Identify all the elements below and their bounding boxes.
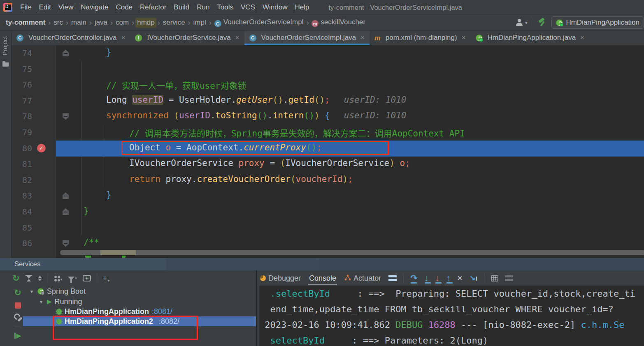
breadcrumb-item-ty-comment[interactable]: ty-comment	[4, 18, 47, 28]
menu-help[interactable]: Help	[291, 3, 313, 12]
console-output[interactable]: [ ] .selectById : ==> Preparing: SELECT …	[259, 286, 644, 346]
rerun-icon[interactable]: ↻	[14, 288, 21, 298]
breadcrumb-separator-icon: ›	[188, 18, 191, 27]
code-line-83[interactable]: 83}	[12, 188, 644, 204]
menu-build[interactable]: Build	[170, 3, 193, 12]
code-line-78[interactable]: 78synchronized (userID.toString().intern…	[12, 108, 644, 125]
token: // 实现一人一单，获取user对象锁	[106, 81, 246, 91]
tab-pom-xml-hm-dianping-[interactable]: mpom.xml (hm-dianping)×	[370, 30, 471, 45]
services-header[interactable]: Services	[0, 258, 644, 270]
breadcrumb-item-impl[interactable]: impl	[192, 18, 208, 28]
horizontal-scrollbar[interactable]	[60, 250, 644, 255]
intellij-logo-icon[interactable]	[3, 3, 12, 12]
filter-icon[interactable]: ▾	[68, 276, 77, 280]
layout-settings-icon[interactable]	[388, 275, 397, 281]
resume-icon[interactable]: ▶	[14, 332, 21, 339]
menu-tools[interactable]: Tools	[213, 3, 237, 12]
fold-marker-icon[interactable]	[63, 50, 69, 56]
tab-voucherorderserviceimpl-java[interactable]: CVoucherOrderServiceImpl.java×	[244, 30, 370, 45]
chevron-down-icon[interactable]: ▾	[38, 299, 44, 305]
menu-file[interactable]: File	[16, 3, 35, 12]
fold-marker-icon[interactable]	[63, 208, 69, 215]
code-line-79[interactable]: 79// 调用本类方法的时候，Spring事务是失效的，解决方案二：调用AopC…	[12, 125, 644, 141]
tab-voucherordercontroller-java[interactable]: CVoucherOrderController.java×	[12, 30, 130, 45]
menu-refactor[interactable]: Refactor	[136, 3, 170, 12]
menu-code[interactable]: Code	[112, 3, 136, 12]
step-over-icon[interactable]: ↷	[410, 273, 418, 283]
settings-bars-icon[interactable]	[505, 275, 513, 281]
close-icon[interactable]: ×	[462, 34, 466, 42]
breadcrumb-item-java[interactable]: java	[93, 18, 109, 28]
console-token: c.h.m.Se	[581, 320, 625, 330]
wrench-icon[interactable]	[14, 314, 22, 322]
tab-debugger[interactable]: Debugger	[259, 271, 302, 285]
breadcrumb-item-voucherorderserviceimpl[interactable]: CVoucherOrderServiceImpl	[213, 17, 305, 28]
line-number: 84	[12, 207, 32, 217]
breakpoint-icon[interactable]: ✓	[37, 144, 46, 152]
chevron-down-icon[interactable]: ▾	[525, 20, 528, 25]
expand-all-icon[interactable]	[26, 275, 32, 281]
code-text: /**	[84, 238, 99, 247]
step-out-icon[interactable]: ↑	[446, 273, 451, 283]
code-line-74[interactable]: 74}	[12, 45, 644, 61]
line-number: 76	[12, 80, 32, 90]
mnemonic: V	[58, 3, 63, 11]
chevron-down-icon[interactable]: ▾	[29, 288, 35, 295]
close-icon[interactable]: ×	[360, 34, 365, 42]
folder-icon[interactable]	[2, 62, 9, 67]
breadcrumb-item-src[interactable]: src	[52, 18, 65, 28]
reset-frame-icon[interactable]: ✕	[457, 274, 463, 283]
fold-marker-icon[interactable]	[63, 192, 69, 199]
console-token: : ==> Preparing: SELECT voucher_id,stock…	[330, 288, 635, 299]
add-service-icon[interactable]: +	[83, 275, 91, 281]
close-icon[interactable]: ×	[121, 34, 126, 42]
code-line-86[interactable]: 86/**	[12, 235, 644, 251]
project-tool-window-button[interactable]: Project	[1, 36, 8, 55]
code-line-84[interactable]: 84}	[12, 204, 644, 220]
code-line-76[interactable]: 76// 实现一人一单，获取user对象锁	[12, 77, 644, 93]
evaluate-expression-icon[interactable]	[491, 275, 498, 281]
breadcrumb-item-service[interactable]: service	[161, 18, 187, 28]
menu-window[interactable]: Window	[259, 3, 291, 12]
stop-icon[interactable]	[15, 302, 21, 309]
breadcrumb-item-seckillvoucher[interactable]: mseckillVoucher	[310, 17, 367, 28]
menu-view[interactable]: View	[55, 3, 77, 12]
menu-vcs[interactable]: VCS	[237, 3, 259, 12]
menu-navigate[interactable]: Navigate	[77, 3, 112, 12]
run-configuration-selector[interactable]: HmDianPingApplication	[551, 16, 644, 29]
collapse-all-icon[interactable]	[38, 276, 42, 281]
add-icon[interactable]: +▾	[103, 274, 110, 283]
code-editor[interactable]: 74}7576// 实现一人一单，获取user对象锁77Long userID …	[12, 45, 644, 258]
tree-row-spring-boot[interactable]: ▾Spring Boot	[23, 286, 256, 296]
tab-hmdianpingapplication-java[interactable]: HmDianPingApplication.java×	[471, 30, 589, 45]
breadcrumb-item-com[interactable]: com	[114, 18, 130, 28]
build-hammer-icon[interactable]	[537, 18, 546, 27]
close-icon[interactable]: ×	[235, 34, 239, 42]
fold-marker-icon[interactable]	[63, 113, 69, 120]
code-line-81[interactable]: 81IVoucherOrderService proxy = (IVoucher…	[12, 156, 644, 172]
code-line-82[interactable]: 82return proxy.createVoucherOrder(vouche…	[12, 172, 644, 188]
step-into-icon[interactable]: ↓	[424, 273, 429, 283]
code-line-85[interactable]: 85	[12, 220, 644, 236]
menu-run[interactable]: Run	[193, 3, 213, 12]
group-by-icon[interactable]: ▾	[54, 275, 63, 281]
tree-row-running[interactable]: ▾▶Running	[23, 297, 256, 307]
run-to-cursor-icon[interactable]: ↘I	[470, 274, 477, 283]
code-line-80[interactable]: 80✓Object o = AopContext.currentProxy();	[12, 141, 644, 157]
force-step-into-icon[interactable]: ↓	[435, 273, 439, 283]
rerun-icon[interactable]: ↻	[12, 273, 20, 283]
token: }	[106, 190, 112, 200]
tab-console[interactable]: Console	[308, 271, 337, 285]
close-icon[interactable]: ×	[580, 34, 584, 42]
tab-actuator[interactable]: Actuator	[344, 271, 382, 285]
code-line-75[interactable]: 75	[12, 61, 644, 77]
tree-row-hmdianpingapplication[interactable]: HmDianPingApplication :8081/	[23, 307, 256, 316]
tab-ivoucherorderservice-java[interactable]: IIVoucherOrderService.java×	[130, 30, 244, 45]
breadcrumb-item-main[interactable]: main	[70, 18, 88, 28]
fold-marker-icon[interactable]	[63, 240, 69, 247]
menu-edit[interactable]: Edit	[35, 3, 54, 12]
class-icon: C	[249, 35, 256, 42]
code-line-77[interactable]: 77Long userID = UserHolder.getUser().get…	[12, 93, 644, 109]
user-profile-icon[interactable]	[515, 19, 523, 26]
breadcrumb-item-hmdp[interactable]: hmdp	[135, 18, 156, 28]
